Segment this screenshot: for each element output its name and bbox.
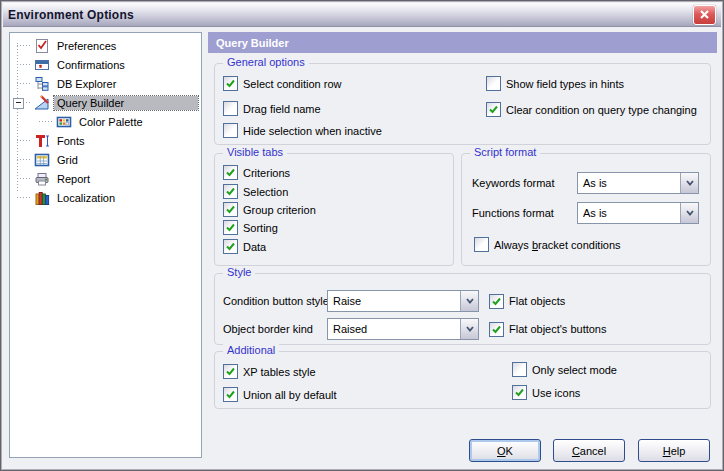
checkbox-icon[interactable] [223, 165, 238, 180]
checkbox-label: Flat object's buttons [509, 323, 607, 335]
group-title: General options [223, 56, 309, 68]
cancel-button[interactable]: Cancel [553, 439, 625, 462]
help-button-label: Help [663, 445, 686, 457]
checkbox-drag-field-name[interactable]: Drag field name [223, 100, 321, 117]
checkbox-union-all-by-default[interactable]: Union all by default [223, 386, 337, 403]
group-visible-tabs: Visible tabs Criterions Selection Group … [214, 153, 454, 266]
checkbox-label: Use icons [532, 387, 580, 399]
selected-value: As is [578, 173, 680, 193]
checkbox-icon[interactable] [223, 364, 238, 379]
tree-item-label: Color Palette [76, 115, 146, 129]
checkbox-icon[interactable] [486, 102, 501, 117]
checkbox-flat-objects[interactable]: Flat objects [489, 290, 565, 312]
checkbox-label: Always bracket conditions [494, 239, 621, 251]
cancel-button-label: Cancel [572, 445, 606, 457]
checkbox-icon[interactable] [512, 385, 527, 400]
checkbox-icon[interactable] [223, 123, 238, 138]
panel-header: Query Builder [208, 32, 717, 53]
tree-item-fonts[interactable]: Fonts [10, 131, 201, 150]
functions-format-label: Functions format [472, 202, 554, 224]
checkbox-criterions[interactable]: Criterions [223, 164, 290, 181]
checkbox-label: Data [243, 241, 266, 253]
condition-button-style-label: Condition button style [223, 290, 329, 312]
checkbox-hide-selection-inactive[interactable]: Hide selection when inactive [223, 122, 382, 139]
checkbox-show-field-types[interactable]: Show field types in hints [486, 75, 624, 92]
checkbox-xp-tables-style[interactable]: XP tables style [223, 363, 316, 380]
tree-item-color-palette[interactable]: Color Palette [10, 112, 201, 131]
tree-item-confirmations[interactable]: Confirmations [10, 55, 201, 74]
confirm-dialog-icon [34, 57, 50, 73]
tree-item-preferences[interactable]: Preferences [10, 36, 201, 55]
checkbox-label: Group criterion [243, 204, 316, 216]
grid-icon [34, 152, 50, 168]
checkbox-icon[interactable] [512, 362, 527, 377]
checkbox-label: Union all by default [243, 389, 337, 401]
localization-icon [34, 190, 50, 206]
tree-item-label: Fonts [54, 134, 88, 148]
checkbox-always-bracket-conditions[interactable]: Always bracket conditions [474, 236, 621, 253]
checkbox-select-condition-row[interactable]: Select condition row [223, 75, 341, 92]
selected-value: Raise [328, 291, 460, 311]
checkbox-label: XP tables style [243, 366, 316, 378]
checkbox-flat-objects-buttons[interactable]: Flat object's buttons [489, 318, 607, 340]
tree-item-label: Localization [54, 191, 118, 205]
condition-button-style-select[interactable]: Raise [327, 290, 479, 312]
color-palette-icon [56, 114, 72, 130]
tree-item-db-explorer[interactable]: DB Explorer [10, 74, 201, 93]
checkbox-label: Selection [243, 186, 288, 198]
selected-value: As is [578, 203, 680, 223]
help-button[interactable]: Help [638, 439, 710, 462]
checkbox-icon[interactable] [486, 76, 501, 91]
object-border-kind-select[interactable]: Raised [327, 318, 479, 340]
checkbox-only-select-mode[interactable]: Only select mode [512, 361, 617, 378]
tree-item-label: Confirmations [54, 58, 128, 72]
close-icon [699, 9, 710, 20]
checkbox-icon[interactable] [474, 237, 489, 252]
checkbox-icon[interactable] [223, 387, 238, 402]
checkbox-icon[interactable] [223, 220, 238, 235]
tree-item-label: Query Builder [54, 96, 198, 110]
object-border-kind-label: Object border kind [223, 318, 313, 340]
collapse-expander-icon[interactable] [13, 98, 24, 109]
checkbox-label: Drag field name [243, 103, 321, 115]
checkbox-clear-condition[interactable]: Clear condition on query type changing [486, 101, 697, 118]
environment-options-dialog: Environment Options Preferences Confirma… [0, 0, 724, 471]
ok-button-label: OK [497, 445, 513, 457]
checklist-icon [34, 38, 50, 54]
checkbox-icon[interactable] [223, 76, 238, 91]
checkbox-icon[interactable] [489, 322, 504, 337]
checkbox-icon[interactable] [223, 184, 238, 199]
chevron-down-icon[interactable] [460, 319, 478, 339]
keywords-format-select[interactable]: As is [577, 172, 699, 194]
group-title: Script format [470, 146, 540, 158]
ok-button[interactable]: OK [469, 439, 541, 462]
group-style: Style Condition button style Raise Objec… [214, 273, 711, 345]
checkbox-icon[interactable] [223, 101, 238, 116]
checkbox-selection[interactable]: Selection [223, 183, 288, 200]
tree-item-grid[interactable]: Grid [10, 150, 201, 169]
checkbox-label: Only select mode [532, 364, 617, 376]
checkbox-icon[interactable] [223, 239, 238, 254]
tree-item-report[interactable]: Report [10, 169, 201, 188]
group-script-format: Script format Keywords format As is Func… [461, 153, 711, 266]
selected-value: Raised [328, 319, 460, 339]
chevron-down-icon[interactable] [680, 173, 698, 193]
chevron-down-icon[interactable] [680, 203, 698, 223]
fonts-icon [34, 133, 50, 149]
checkbox-icon[interactable] [223, 202, 238, 217]
tree-item-localization[interactable]: Localization [10, 188, 201, 207]
group-title: Visible tabs [223, 146, 287, 158]
checkbox-group-criterion[interactable]: Group criterion [223, 201, 316, 218]
functions-format-select[interactable]: As is [577, 202, 699, 224]
tree-item-query-builder[interactable]: Query Builder [10, 93, 201, 112]
close-button[interactable] [693, 5, 716, 25]
keywords-format-label: Keywords format [472, 172, 555, 194]
group-title: Style [223, 266, 255, 278]
tree-item-label: Report [54, 172, 93, 186]
checkbox-data[interactable]: Data [223, 238, 266, 255]
checkbox-use-icons[interactable]: Use icons [512, 384, 580, 401]
chevron-down-icon[interactable] [460, 291, 478, 311]
titlebar[interactable]: Environment Options [3, 3, 721, 27]
checkbox-sorting[interactable]: Sorting [223, 219, 278, 236]
checkbox-icon[interactable] [489, 294, 504, 309]
